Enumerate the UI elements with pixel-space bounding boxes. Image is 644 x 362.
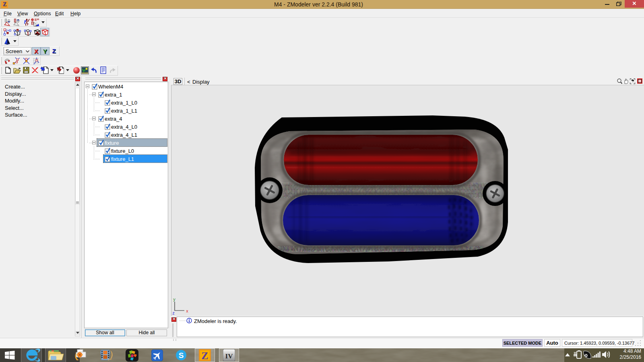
svg-text:IV: IV (225, 352, 233, 360)
svg-text:x: x (186, 309, 188, 314)
svg-text:S: S (179, 351, 184, 360)
svg-text:y: y (173, 298, 175, 302)
svg-text:Z: Z (201, 350, 208, 361)
svg-text:z: z (172, 311, 175, 315)
